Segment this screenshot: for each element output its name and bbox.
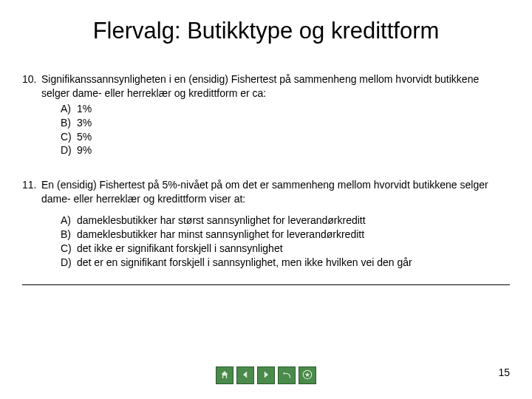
nav-bar (0, 366, 532, 384)
option-label: A) (61, 214, 77, 228)
prev-icon (240, 369, 250, 382)
option-label: B) (61, 228, 77, 242)
option-text: det er en signifikant forskjell i sannsy… (77, 256, 510, 270)
question-number: 10. (22, 72, 41, 100)
question-number: 11. (22, 178, 41, 206)
option-c: C) det ikke er signifikant forskjell i s… (61, 242, 510, 256)
option-text: dameklesbutikker har størst sannsynlighe… (77, 214, 510, 228)
option-a: A) 1% (61, 102, 510, 116)
question-10: 10. Signifikanssannsynligheten i en (ens… (22, 72, 510, 157)
option-label: A) (61, 102, 77, 116)
option-a: A) dameklesbutikker har størst sannsynli… (61, 214, 510, 228)
menu-button[interactable] (299, 366, 316, 384)
slide-title: Flervalg: Butikktype og kredittform (0, 0, 532, 52)
option-text: 5% (77, 130, 510, 144)
option-label: C) (61, 242, 77, 256)
options-list: A) dameklesbutikker har størst sannsynli… (61, 214, 510, 270)
home-button[interactable] (216, 366, 233, 384)
options-list: A) 1% B) 3% C) 5% D) 9% (61, 102, 510, 158)
option-b: B) dameklesbutikker har minst sannsynlig… (61, 228, 510, 242)
option-label: C) (61, 130, 77, 144)
prev-button[interactable] (236, 366, 254, 384)
slide: Flervalg: Butikktype og kredittform 10. … (0, 0, 532, 399)
option-label: B) (61, 116, 77, 130)
option-d: D) det er en signifikant forskjell i san… (61, 256, 510, 270)
option-text: 3% (77, 116, 510, 130)
page-number: 15 (498, 366, 510, 378)
option-text: det ikke er signifikant forskjell i sann… (77, 242, 510, 256)
next-button[interactable] (257, 366, 275, 384)
next-icon (261, 369, 271, 382)
question-text: En (ensidig) Fishertest på 5%-nivået på … (41, 178, 510, 206)
question-stem: 11. En (ensidig) Fishertest på 5%-nivået… (22, 178, 510, 206)
option-label: D) (61, 256, 77, 270)
undo-icon (282, 369, 292, 382)
option-d: D) 9% (61, 143, 510, 157)
footer: 15 (0, 366, 532, 389)
question-11: 11. En (ensidig) Fishertest på 5%-nivået… (22, 178, 510, 269)
home-icon (219, 369, 230, 382)
option-c: C) 5% (61, 130, 510, 144)
option-text: 9% (77, 143, 510, 157)
option-b: B) 3% (61, 116, 510, 130)
option-label: D) (61, 143, 77, 157)
question-stem: 10. Signifikanssannsynligheten i en (ens… (22, 72, 510, 100)
option-text: dameklesbutikker har minst sannsynlighet… (77, 228, 510, 242)
option-text: 1% (77, 102, 510, 116)
back-button[interactable] (278, 366, 296, 384)
star-icon (302, 369, 313, 382)
separator (22, 284, 510, 285)
question-text: Signifikanssannsynligheten i en (ensidig… (41, 72, 510, 100)
